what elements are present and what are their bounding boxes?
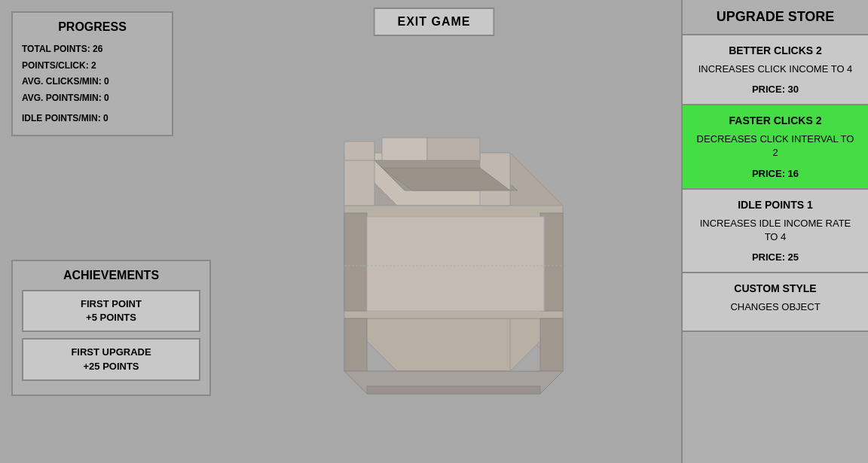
svg-marker-16	[382, 138, 427, 160]
svg-marker-13	[540, 318, 563, 371]
progress-title: PROGRESS	[22, 20, 163, 34]
svg-marker-3	[344, 318, 563, 371]
upgrade-faster-clicks-2[interactable]: FASTER CLICKS 2 DECREASES CLICK INTERVAL…	[683, 105, 868, 189]
avg-points: AVG. POINTS/MIN: 0	[22, 90, 163, 107]
exit-game-button[interactable]: EXIT GAME	[373, 8, 494, 36]
upgrade-title-custom-style: CUSTOM STYLE	[693, 282, 857, 294]
upgrade-idle-points-1[interactable]: IDLE POINTS 1 INCREASES IDLE INCOME RATE…	[683, 190, 868, 273]
upgrade-store-panel: UPGRADE STORE BETTER CLICKS 2 INCREASES …	[681, 0, 868, 463]
upgrade-title-idle-points-1: IDLE POINTS 1	[693, 199, 857, 211]
upgrade-better-clicks-2[interactable]: BETTER CLICKS 2 INCREASES CLICK INCOME T…	[683, 35, 868, 105]
progress-stats: TOTAL POINTS: 26 POINTS/CLICK: 2 AVG. CL…	[22, 41, 163, 127]
upgrade-custom-style[interactable]: CUSTOM STYLE CHANGES OBJECT	[683, 273, 868, 332]
upgrade-price-faster-clicks-2: PRICE: 16	[693, 168, 857, 179]
svg-rect-7	[344, 213, 367, 311]
upgrade-price-better-clicks-2: PRICE: 30	[693, 84, 857, 95]
upgrade-price-idle-points-1: PRICE: 25	[693, 251, 857, 263]
upgrade-store-title: UPGRADE STORE	[683, 0, 868, 35]
3d-cube[interactable]	[277, 93, 578, 409]
idle-points: IDLE POINTS/MIN: 0	[22, 111, 163, 127]
upgrade-title-faster-clicks-2: FASTER CLICKS 2	[693, 114, 857, 126]
upgrade-desc-custom-style: CHANGES OBJECT	[693, 300, 857, 314]
points-click: POINTS/CLICK: 2	[22, 58, 163, 75]
upgrade-desc-faster-clicks-2: DECREASES CLICK INTERVAL TO 2	[693, 133, 857, 160]
upgrade-desc-idle-points-1: INCREASES IDLE INCOME RATE TO 4	[693, 217, 857, 244]
achievement-first-upgrade: FIRST UPGRADE+25 POINTS	[22, 338, 200, 380]
svg-rect-20	[367, 386, 540, 394]
upgrade-desc-better-clicks-2: INCREASES CLICK INCOME TO 4	[693, 62, 857, 76]
achievements-title: ACHIEVEMENTS	[22, 269, 200, 282]
svg-marker-18	[344, 142, 374, 160]
svg-marker-17	[427, 138, 480, 160]
progress-panel: PROGRESS TOTAL POINTS: 26 POINTS/CLICK: …	[11, 11, 173, 136]
cube-container	[181, 38, 674, 463]
svg-rect-14	[367, 217, 544, 311]
upgrade-store-scroll[interactable]: BETTER CLICKS 2 INCREASES CLICK INCOME T…	[683, 35, 868, 463]
avg-clicks: AVG. CLICKS/MIN: 0	[22, 74, 163, 90]
upgrade-title-better-clicks-2: BETTER CLICKS 2	[693, 44, 857, 56]
total-points: TOTAL POINTS: 26	[22, 41, 163, 58]
svg-marker-12	[344, 318, 367, 371]
achievement-first-point: FIRST POINT+5 POINTS	[22, 290, 200, 332]
